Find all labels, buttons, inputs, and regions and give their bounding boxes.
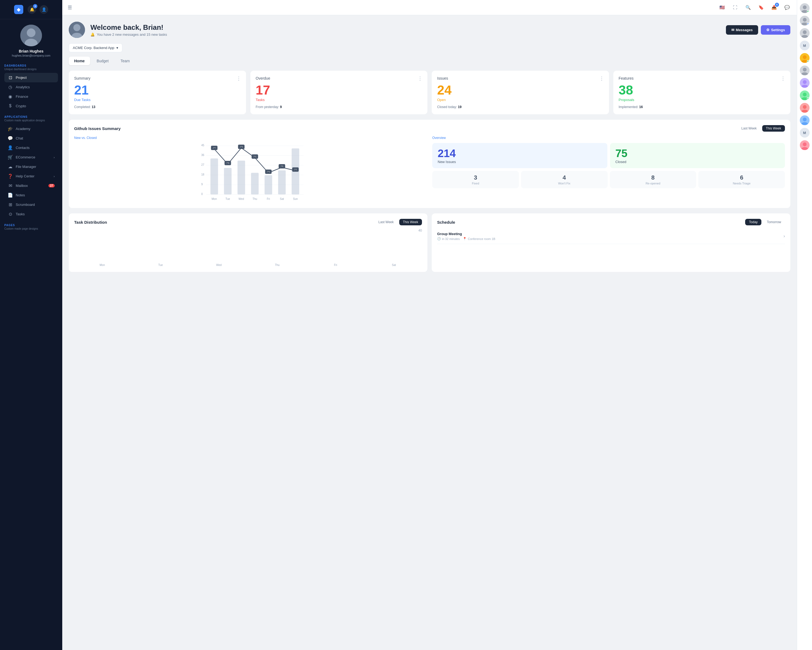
welcome-avatar bbox=[69, 22, 85, 38]
online-indicator bbox=[807, 60, 809, 63]
flag-icon[interactable]: 🇺🇸 bbox=[718, 3, 727, 12]
sidebar-item-filemanager[interactable]: ☁ File Manager bbox=[4, 162, 58, 171]
tab-home[interactable]: Home bbox=[69, 57, 90, 65]
toggle-tomorrow[interactable]: Tomorrow bbox=[763, 219, 785, 225]
toggle-this-week[interactable]: This Week bbox=[399, 219, 422, 225]
finance-icon: ◉ bbox=[8, 94, 13, 99]
sidebar-item-notes[interactable]: 📄 Notes bbox=[4, 190, 58, 200]
sidebar-item-tasks[interactable]: ⊙ Tasks bbox=[4, 210, 58, 219]
chat-icon: 💬 bbox=[8, 136, 13, 141]
topbar-icons: 🇺🇸 ⛶ 🔍 🔖 📥 5 💬 bbox=[718, 3, 791, 12]
mini-stat-number: 3 bbox=[434, 174, 517, 181]
right-sidebar-avatar[interactable] bbox=[800, 28, 810, 38]
sidebar-item-mailbox[interactable]: ✉ Mailbox 27 bbox=[4, 181, 58, 190]
profile-icon-button[interactable]: 👤 bbox=[40, 5, 48, 14]
stat-card-issues: Issues ⋮ 24 Open Closed today: 19 bbox=[432, 71, 609, 114]
toggle-last-week[interactable]: Last Week bbox=[737, 125, 760, 132]
sidebar-item-helpcenter[interactable]: ❓ Help Center › bbox=[4, 171, 58, 181]
mini-stat-wontfix: 4 Won't Fix bbox=[521, 171, 607, 188]
right-sidebar-avatar-m[interactable]: M bbox=[800, 41, 810, 50]
more-options-icon[interactable]: ⋮ bbox=[418, 76, 423, 81]
sidebar-item-chat[interactable]: 💬 Chat bbox=[4, 133, 58, 143]
inbox-icon[interactable]: 📥 5 bbox=[770, 3, 778, 12]
svg-point-42 bbox=[254, 156, 256, 159]
user-email: hughes.brian@company.com bbox=[12, 54, 50, 57]
sidebar-item-label: Tasks bbox=[16, 212, 24, 216]
more-options-icon[interactable]: ⋮ bbox=[236, 76, 241, 81]
github-overview-area: Overview 214 New Issues 75 Closed bbox=[432, 136, 785, 203]
svg-text:Fri: Fri bbox=[267, 197, 270, 200]
svg-point-55 bbox=[803, 18, 807, 22]
chevron-right-icon[interactable]: › bbox=[784, 234, 785, 239]
online-indicator bbox=[807, 98, 809, 100]
schedule-time: 🕐 in 32 minutes bbox=[437, 237, 459, 240]
topbar: ☰ 🇺🇸 ⛶ 🔍 🔖 📥 5 💬 bbox=[62, 0, 797, 15]
welcome-subtitle: 🔔 You have 2 new messages and 15 new tas… bbox=[90, 32, 167, 37]
messages-button[interactable]: ✉ Messages bbox=[726, 25, 758, 35]
right-sidebar-avatar[interactable] bbox=[800, 115, 810, 125]
task-distribution-card: Task Distribution Last Week This Week 40… bbox=[69, 213, 427, 272]
bar-label: Sat bbox=[392, 263, 396, 266]
task-distribution-header: Task Distribution Last Week This Week bbox=[74, 219, 422, 225]
sidebar-item-finance[interactable]: ◉ Finance bbox=[4, 92, 58, 101]
sidebar-item-project[interactable]: ⊡ Project bbox=[4, 73, 58, 82]
right-sidebar-avatar[interactable] bbox=[800, 78, 810, 88]
task-distribution-title: Task Distribution bbox=[74, 220, 107, 225]
mini-stat-label: Fixed bbox=[434, 182, 517, 185]
right-sidebar-avatar[interactable] bbox=[800, 3, 810, 13]
header-buttons: ✉ Messages ⚙ Settings bbox=[726, 25, 791, 35]
toggle-this-week[interactable]: This Week bbox=[762, 125, 785, 132]
right-sidebar-avatar[interactable] bbox=[800, 53, 810, 63]
academy-icon: 🎓 bbox=[8, 126, 13, 132]
mailbox-icon: ✉ bbox=[8, 183, 13, 188]
svg-point-43 bbox=[267, 172, 270, 174]
github-content: New vs. Closed 45 36 27 18 9 0 bbox=[74, 136, 785, 203]
more-options-icon[interactable]: ⋮ bbox=[599, 76, 604, 81]
svg-text:27: 27 bbox=[201, 163, 205, 166]
svg-point-59 bbox=[803, 55, 807, 59]
right-sidebar-avatar[interactable] bbox=[800, 140, 810, 150]
sidebar-item-ecommerce[interactable]: 🛒 ECommerce › bbox=[4, 153, 58, 162]
bookmark-icon[interactable]: 🔖 bbox=[757, 3, 765, 12]
right-sidebar-avatar-m2[interactable]: M bbox=[800, 128, 810, 138]
sidebar-item-contacts[interactable]: 👤 Contacts bbox=[4, 143, 58, 153]
more-options-icon[interactable]: ⋮ bbox=[781, 76, 786, 81]
search-icon[interactable]: 🔍 bbox=[744, 3, 752, 12]
chat-topbar-icon[interactable]: 💬 bbox=[783, 3, 791, 12]
sidebar-item-analytics[interactable]: ◷ Analytics bbox=[4, 82, 58, 92]
nav-section-sub-dashboards: Unique dashboard designs bbox=[4, 68, 58, 71]
sidebar-item-label: Project bbox=[16, 76, 26, 80]
expand-icon[interactable]: ⛶ bbox=[731, 3, 739, 12]
toggle-today[interactable]: Today bbox=[745, 219, 762, 225]
sidebar-item-academy[interactable]: 🎓 Academy bbox=[4, 124, 58, 133]
right-sidebar-avatar[interactable] bbox=[800, 16, 810, 26]
sidebar-icon-group: 🔔 3 👤 bbox=[27, 5, 48, 14]
toggle-last-week[interactable]: Last Week bbox=[375, 219, 397, 225]
tab-team[interactable]: Team bbox=[115, 57, 135, 65]
app-logo[interactable]: ◆ bbox=[14, 5, 23, 14]
right-sidebar-avatar[interactable] bbox=[800, 90, 810, 100]
sidebar-item-label: Academy bbox=[16, 127, 30, 131]
sidebar-item-label: Crypto bbox=[16, 104, 26, 108]
mini-stat-reopened: 8 Re-opened bbox=[610, 171, 696, 188]
menu-icon[interactable]: ☰ bbox=[68, 5, 72, 11]
mini-stat-label: Needs Triage bbox=[701, 182, 783, 185]
settings-button[interactable]: ⚙ Settings bbox=[761, 25, 791, 35]
location-icon: 📍 bbox=[463, 237, 467, 240]
bar-label: Thu bbox=[275, 263, 279, 266]
notifications-button[interactable]: 🔔 3 bbox=[27, 5, 36, 14]
task-bar-chart: Mon Tue Wed Thu bbox=[74, 234, 422, 266]
right-sidebar-avatar[interactable] bbox=[800, 66, 810, 75]
github-chart-area: New vs. Closed 45 36 27 18 9 0 bbox=[74, 136, 427, 203]
svg-text:Sat: Sat bbox=[280, 197, 284, 200]
bar-wrap: Thu bbox=[249, 262, 305, 266]
svg-text:Sun: Sun bbox=[293, 197, 298, 200]
svg-point-44 bbox=[281, 166, 283, 168]
profile-area: Brian Hughes hughes.brian@company.com bbox=[0, 19, 62, 60]
right-sidebar-avatar[interactable] bbox=[800, 103, 810, 113]
tab-budget[interactable]: Budget bbox=[91, 57, 114, 65]
stat-card-summary: Summary ⋮ 21 Due Tasks Completed: 13 bbox=[69, 71, 246, 114]
sidebar-item-scrumboard[interactable]: ⊞ Scrumboard bbox=[4, 200, 58, 210]
project-selector[interactable]: ACME Corp. Backend App ▾ bbox=[69, 43, 122, 52]
sidebar-item-crypto[interactable]: $ Crypto bbox=[4, 101, 58, 110]
